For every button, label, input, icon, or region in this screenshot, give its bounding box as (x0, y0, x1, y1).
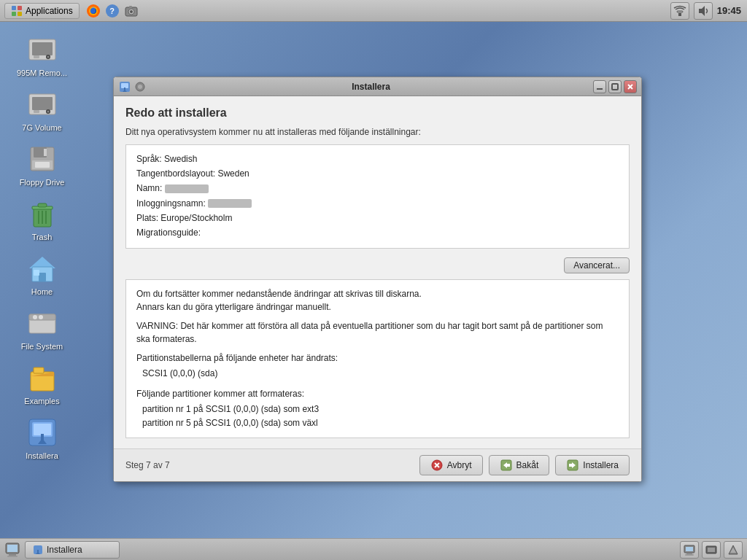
drive-icon-7g (25, 87, 60, 122)
desktop-icon-filesystem[interactable]: File System (9, 303, 75, 354)
inloggning-value-blur (208, 199, 252, 208)
examples-icon (25, 360, 60, 395)
svg-rect-55 (124, 88, 125, 90)
help-button[interactable]: ? (104, 3, 120, 19)
plats-value: Europe/Stockholm (160, 213, 232, 223)
svg-rect-58 (597, 88, 603, 90)
taskbar-window-label: Installera (47, 545, 82, 555)
dialog-maximize-button[interactable] (608, 80, 622, 93)
svg-rect-1 (18, 6, 22, 10)
desktop-icons-panel: 995M Remo... 7G Volume (0, 26, 84, 467)
dialog-heading: Redo att installera (125, 106, 630, 120)
warning-text-2: VARNING: Det här kommer att förstöra all… (136, 319, 619, 346)
icon-label-filesystem: File System (21, 342, 63, 351)
step-label: Steg 7 av 7 (125, 460, 170, 470)
svg-marker-14 (699, 6, 705, 16)
screenshot-button[interactable] (123, 3, 139, 19)
cancel-label: Avbryt (447, 460, 472, 470)
svg-rect-38 (39, 273, 46, 281)
taskbar-top-right: 19:45 (665, 0, 747, 21)
desktop-icon-floppy[interactable]: Floppy Drive (9, 139, 75, 190)
cancel-button[interactable]: Avbryt (419, 455, 483, 475)
speaker-icon (697, 4, 710, 18)
applications-menu[interactable]: Applications (4, 3, 80, 19)
desktop-icon-examples[interactable]: Examples (9, 357, 75, 408)
desktop-icon-7g[interactable]: 7G Volume (9, 84, 75, 135)
icon-label-examples: Examples (24, 397, 59, 405)
info-row-plats: Plats: Europe/Stockholm (136, 211, 619, 225)
icon-label-home: Home (31, 287, 53, 296)
installer-title-icon (119, 81, 131, 93)
format-title: Följande partitioner kommer att formater… (136, 387, 619, 401)
network-icon (673, 4, 686, 18)
svg-rect-29 (35, 162, 50, 168)
help-icon: ? (106, 4, 119, 18)
format-2: partition nr 5 på SCSI1 (0,0,0) (sda) so… (136, 416, 619, 430)
network-button[interactable] (670, 2, 689, 20)
svg-rect-81 (685, 554, 694, 556)
show-desktop-icon (4, 542, 20, 558)
maximize-icon (611, 83, 619, 90)
back-icon (500, 459, 513, 472)
camera-icon (124, 4, 139, 18)
taskbar-top-left: Applications ? (0, 3, 144, 19)
svg-rect-0 (12, 6, 16, 10)
desktop-icon-installera[interactable]: Installera (9, 412, 75, 463)
trash-icon (25, 196, 60, 231)
svg-point-19 (47, 56, 49, 58)
taskbar-window-installera[interactable]: Installera (25, 541, 120, 559)
taskbar-show-desktop[interactable] (3, 540, 22, 559)
icon-label-995m: 995M Remo... (17, 69, 67, 77)
dialog-close-button[interactable] (624, 80, 637, 93)
svg-point-24 (47, 111, 49, 113)
back-button[interactable]: Bakåt (489, 455, 550, 475)
systray-btn-2[interactable] (702, 541, 721, 559)
svg-rect-80 (686, 553, 692, 554)
svg-point-57 (138, 85, 142, 89)
dialog-content: Redo att installera Ditt nya operativsys… (114, 96, 641, 448)
systray-btn-3[interactable] (724, 541, 743, 559)
firefox-button[interactable] (85, 3, 101, 19)
dialog-titlebar-icon2 (134, 81, 146, 93)
advanced-btn-container: Avancerat... (125, 257, 630, 273)
tangentbord-label: Tangentbordslayout: (136, 168, 215, 179)
svg-rect-70 (569, 464, 572, 467)
svg-rect-27 (44, 149, 47, 156)
partition-device: SCSI1 (0,0,0) (sda) (136, 367, 619, 381)
footer-buttons: Avbryt Bakåt (419, 455, 630, 475)
partition-title: Partitionstabellerna på följande enheter… (136, 351, 619, 365)
sprak-label: Språk: (136, 154, 162, 164)
speaker-button[interactable] (694, 2, 713, 20)
info-row-sprak: Språk: Swedish (136, 152, 619, 166)
systray-icon-2 (705, 543, 718, 556)
svg-rect-39 (34, 270, 39, 276)
installer-icon-desktop (25, 415, 60, 450)
info-row-namn: Namn: (136, 182, 619, 195)
dialog-warning-box: Om du fortsätter kommer nedanstående änd… (125, 279, 630, 438)
migration-label: Migrationsguide: (136, 228, 201, 238)
desktop-icon-home[interactable]: Home (9, 248, 75, 299)
desktop-icon-trash[interactable]: Trash (9, 193, 75, 244)
drive-icon-995m (25, 32, 60, 67)
taskbar-bottom-right (680, 541, 747, 559)
desktop-icon-995m[interactable]: 995M Remo... (9, 29, 75, 80)
dialog-minimize-button[interactable] (593, 80, 606, 93)
home-icon (25, 251, 60, 286)
svg-rect-3 (18, 12, 22, 16)
install-button[interactable]: Installera (555, 455, 630, 475)
systray-btn-1[interactable] (680, 541, 699, 559)
taskbar-icons: ? (85, 3, 139, 19)
close-icon (627, 83, 634, 90)
taskbar-installer-icon (33, 545, 43, 555)
advanced-button[interactable]: Avancerat... (564, 257, 630, 273)
app-menu-icon (11, 5, 23, 17)
svg-rect-13 (677, 11, 683, 12)
install-icon (566, 459, 579, 472)
svg-rect-79 (686, 547, 693, 551)
warning3: VARNING: Det här kommer att förstöra all… (136, 321, 603, 344)
dialog-title: Installera (149, 82, 593, 92)
svg-rect-67 (507, 464, 510, 467)
tangentbord-value: Sweden (217, 168, 249, 179)
svg-rect-83 (708, 548, 715, 552)
svg-rect-32 (38, 203, 47, 207)
